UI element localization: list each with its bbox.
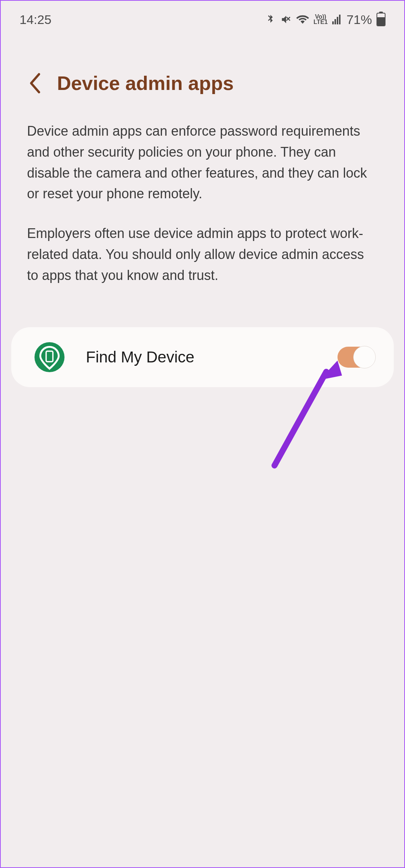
signal-icon bbox=[332, 15, 340, 24]
app-name-label: Find My Device bbox=[86, 348, 317, 366]
battery-icon bbox=[376, 13, 386, 26]
back-icon[interactable] bbox=[27, 72, 42, 94]
bluetooth-icon bbox=[265, 14, 276, 25]
volte-icon: Vo)) LTE1 bbox=[314, 14, 328, 25]
status-time: 14:25 bbox=[20, 12, 51, 27]
description-paragraph-2: Employers often use device admin apps to… bbox=[27, 223, 378, 286]
find-my-device-icon bbox=[34, 341, 65, 373]
description-section: Device admin apps can enforce password r… bbox=[1, 109, 404, 320]
status-icons: Vo)) LTE1 71% bbox=[265, 12, 386, 27]
toggle-knob bbox=[353, 346, 376, 368]
app-toggle[interactable] bbox=[338, 347, 375, 368]
mute-icon bbox=[280, 14, 292, 25]
page-header: Device admin apps bbox=[1, 34, 404, 109]
wifi-icon bbox=[296, 13, 309, 26]
battery-percent: 71% bbox=[346, 12, 372, 27]
app-row-find-my-device[interactable]: Find My Device bbox=[11, 327, 394, 387]
status-bar: 14:25 Vo)) LTE1 71% bbox=[1, 1, 404, 34]
page-title: Device admin apps bbox=[57, 72, 234, 94]
description-paragraph-1: Device admin apps can enforce password r… bbox=[27, 121, 378, 204]
